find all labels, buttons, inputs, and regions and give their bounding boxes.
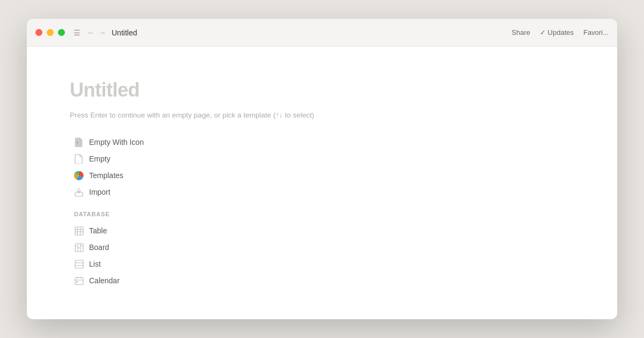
updates-button[interactable]: ✓ Updates [540,28,574,36]
doc-icon-filled [74,137,84,147]
hamburger-icon[interactable]: ☰ [74,28,80,37]
menu-item-empty-with-icon[interactable]: Empty With Icon [70,134,574,150]
list-icon [74,259,84,269]
traffic-lights [35,29,65,36]
maximize-button[interactable] [58,29,65,36]
svg-rect-15 [75,260,83,268]
menu-item-table[interactable]: Table [70,223,574,239]
list-label: List [89,260,101,268]
menu-item-empty[interactable]: Empty [70,151,574,167]
titlebar-actions: Share ✓ Updates Favori... [511,28,609,36]
import-icon [74,187,84,197]
svg-rect-2 [75,193,83,196]
titlebar: ☰ ← → Untitled Share ✓ Updates Favori... [27,19,617,47]
forward-button[interactable]: → [98,28,106,37]
content-area: Untitled Press Enter to continue with an… [27,47,617,319]
nav-arrows: ← → [87,28,106,37]
svg-rect-0 [77,142,78,143]
empty-label: Empty [89,155,111,163]
svg-rect-22 [76,281,78,283]
favorites-button[interactable]: Favori... [583,28,609,36]
database-section-label: DATABASE [74,211,110,217]
doc-icon [74,154,84,164]
page-heading[interactable]: Untitled [70,79,574,101]
menu-item-templates[interactable]: Templates [70,167,574,183]
empty-with-icon-label: Empty With Icon [89,138,144,146]
share-button[interactable]: Share [511,28,530,36]
app-window: ☰ ← → Untitled Share ✓ Updates Favori...… [27,19,617,319]
templates-label: Templates [89,171,123,180]
svg-rect-18 [75,277,83,284]
menu-item-calendar[interactable]: Calendar [70,273,574,289]
board-label: Board [89,243,109,252]
table-label: Table [89,226,107,235]
menu-item-board[interactable]: Board [70,239,574,255]
database-section-header: DATABASE [74,209,574,218]
minimize-button[interactable] [47,29,54,36]
svg-rect-4 [75,227,83,235]
board-icon [74,243,84,252]
table-icon [74,226,84,236]
import-label: Import [89,188,111,196]
menu-item-list[interactable]: List [70,256,574,272]
page-title: Untitled [112,28,137,37]
database-menu: Table Board [70,223,574,289]
calendar-label: Calendar [89,276,120,285]
menu-item-import[interactable]: Import [70,184,574,200]
close-button[interactable] [35,29,42,36]
template-menu: Empty With Icon Empty [70,134,574,200]
hint-text: Press Enter to continue with an empty pa… [70,111,574,119]
templates-icon [74,171,84,180]
calendar-icon [74,276,84,285]
back-button[interactable]: ← [87,28,95,37]
